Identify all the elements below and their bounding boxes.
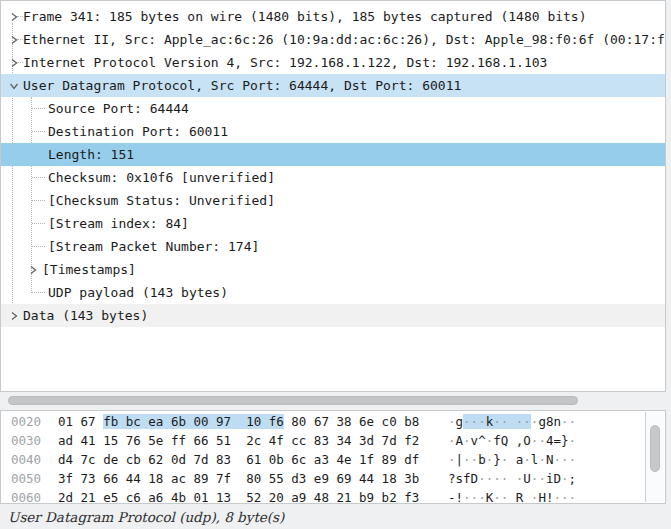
- hex-offset: 0030: [11, 433, 41, 448]
- tree-row-data[interactable]: Data (143 bytes): [1, 304, 665, 327]
- hex-bytes[interactable]: 2d 21 e5 c6 a6 4b 01 13 52 20 a9 48 21 b…: [58, 490, 419, 504]
- hex-row-0020[interactable]: 002001 67 fb bc ea 6b 00 97 10 f6 80 67 …: [1, 412, 645, 431]
- packet-detail-pane[interactable]: Frame 341: 185 bytes on wire (1480 bits)…: [0, 0, 666, 392]
- hex-offset: 0050: [11, 471, 41, 486]
- hex-row-0040[interactable]: 0040d4 7c de cb 62 0d 7d 83 61 0b 6c a3 …: [1, 450, 645, 469]
- tree-row-udp-stream-index[interactable]: [Stream index: 84]: [1, 212, 665, 235]
- tree-row-udp-checksum-status[interactable]: [Checksum Status: Unverified]: [1, 189, 665, 212]
- hex-selected-bytes[interactable]: fb bc ea 6b 00 97 10 f6: [103, 414, 284, 429]
- tree-row-udp-source-port[interactable]: Source Port: 64444: [1, 97, 665, 120]
- tree-row-label: UDP payload (143 bytes): [47, 285, 228, 300]
- ascii-selected-chars[interactable]: ···k·· ··: [463, 414, 531, 429]
- hex-bytes[interactable]: ad 41 15 76 5e ff 66 51 2c 4f cc 83 34 3…: [58, 433, 419, 448]
- tree-row-label: Destination Port: 60011: [47, 124, 228, 139]
- tree-row-label: Frame 341: 185 bytes on wire (1480 bits)…: [22, 9, 587, 24]
- vertical-scrollbar[interactable]: [645, 412, 664, 502]
- ascii-segment[interactable]: -!···K·· R ·H!···: [448, 490, 576, 504]
- tree-row-ipv4[interactable]: Internet Protocol Version 4, Src: 192.16…: [1, 51, 665, 74]
- ascii-segment[interactable]: ·|··b·}· a·l·N···: [448, 452, 576, 467]
- tree-row-udp-timestamps[interactable]: [Timestamps]: [1, 258, 665, 281]
- hex-byte-segment[interactable]: 2d 21 e5 c6 a6 4b 01 13 52 20 a9 48 21 b…: [58, 490, 419, 504]
- chevron-right-icon[interactable]: [6, 9, 22, 25]
- tree-row-label: Ethernet II, Src: Apple_ac:6c:26 (10:9a:…: [22, 32, 665, 47]
- hex-ascii[interactable]: ·|··b·}· a·l·N···: [448, 452, 576, 467]
- tree-row-label: Length: 151: [47, 147, 134, 162]
- hex-row-0060[interactable]: 00602d 21 e5 c6 a6 4b 01 13 52 20 a9 48 …: [1, 488, 645, 504]
- ascii-segment[interactable]: ·g: [448, 414, 463, 429]
- ascii-segment[interactable]: ·A·v^·fQ ,O··4=}·: [448, 433, 576, 448]
- hex-offset: 0020: [11, 414, 41, 429]
- hex-bytes[interactable]: d4 7c de cb 62 0d 7d 83 61 0b 6c a3 4e 1…: [58, 452, 419, 467]
- tree-row-udp-destination-port[interactable]: Destination Port: 60011: [1, 120, 665, 143]
- hex-offset: 0040: [11, 452, 41, 467]
- hex-bytes[interactable]: 3f 73 66 44 18 ac 89 7f 80 55 d3 e9 69 4…: [58, 471, 419, 486]
- tree-row-label: User Datagram Protocol, Src Port: 64444,…: [22, 78, 461, 93]
- tree-row-ethernet[interactable]: Ethernet II, Src: Apple_ac:6c:26 (10:9a:…: [1, 28, 665, 51]
- chevron-right-icon[interactable]: [6, 308, 22, 324]
- hex-byte-segment[interactable]: ad 41 15 76 5e ff 66 51 2c 4f cc 83 34 3…: [58, 433, 419, 448]
- packet-bytes-pane[interactable]: 002001 67 fb bc ea 6b 00 97 10 f6 80 67 …: [0, 410, 666, 504]
- chevron-right-icon[interactable]: [25, 262, 41, 278]
- hex-ascii[interactable]: -!···K·· R ·H!···: [448, 490, 576, 504]
- status-bar-field-info: User Datagram Protocol (udp), 8 byte(s): [8, 509, 284, 525]
- tree-row-udp-checksum[interactable]: Checksum: 0x10f6 [unverified]: [1, 166, 665, 189]
- tree-row-label: Checksum: 0x10f6 [unverified]: [47, 170, 275, 185]
- chevron-right-icon[interactable]: [6, 55, 22, 71]
- status-bar: User Datagram Protocol (udp), 8 byte(s): [0, 504, 671, 529]
- hex-byte-segment[interactable]: 01 67: [58, 414, 103, 429]
- hex-dump-rows: 002001 67 fb bc ea 6b 00 97 10 f6 80 67 …: [1, 412, 645, 504]
- tree-row-udp-length[interactable]: Length: 151: [1, 143, 665, 166]
- hex-ascii[interactable]: ·g···k·· ···g8n··: [448, 414, 576, 429]
- chevron-right-icon[interactable]: [6, 32, 22, 48]
- chevron-down-icon[interactable]: [6, 78, 22, 94]
- tree-row-udp-payload[interactable]: UDP payload (143 bytes): [1, 281, 665, 304]
- horizontal-scrollbar[interactable]: [0, 392, 671, 410]
- vertical-scrollbar-thumb[interactable]: [650, 425, 660, 472]
- tree-row-label: [Stream index: 84]: [47, 216, 189, 231]
- tree-row-udp-stream-packet-number[interactable]: [Stream Packet Number: 174]: [1, 235, 665, 258]
- hex-bytes[interactable]: 01 67 fb bc ea 6b 00 97 10 f6 80 67 38 6…: [58, 414, 419, 429]
- tree-row-label: [Checksum Status: Unverified]: [47, 193, 275, 208]
- tree-row-frame[interactable]: Frame 341: 185 bytes on wire (1480 bits)…: [1, 5, 665, 28]
- ascii-segment[interactable]: ·g8n··: [531, 414, 576, 429]
- tree-row-label: Source Port: 64444: [47, 101, 189, 116]
- hex-ascii[interactable]: ·A·v^·fQ ,O··4=}·: [448, 433, 576, 448]
- hex-row-0050[interactable]: 00503f 73 66 44 18 ac 89 7f 80 55 d3 e9 …: [1, 469, 645, 488]
- hex-byte-segment[interactable]: d4 7c de cb 62 0d 7d 83 61 0b 6c a3 4e 1…: [58, 452, 419, 467]
- hex-byte-segment[interactable]: 80 67 38 6e c0 b8: [284, 414, 419, 429]
- ascii-segment[interactable]: ?sfD···· ·U··iD·;: [448, 471, 576, 486]
- hex-byte-segment[interactable]: 3f 73 66 44 18 ac 89 7f 80 55 d3 e9 69 4…: [58, 471, 419, 486]
- hex-row-0030[interactable]: 0030ad 41 15 76 5e ff 66 51 2c 4f cc 83 …: [1, 431, 645, 450]
- tree-row-label: Data (143 bytes): [22, 308, 148, 323]
- tree-row-label: [Stream Packet Number: 174]: [47, 239, 259, 254]
- tree-row-udp[interactable]: User Datagram Protocol, Src Port: 64444,…: [1, 74, 665, 97]
- hex-offset: 0060: [11, 490, 41, 504]
- hex-ascii[interactable]: ?sfD···· ·U··iD·;: [448, 471, 576, 486]
- tree-row-label: [Timestamps]: [41, 262, 136, 277]
- horizontal-scrollbar-thumb[interactable]: [8, 396, 578, 405]
- tree-row-label: Internet Protocol Version 4, Src: 192.16…: [22, 55, 547, 70]
